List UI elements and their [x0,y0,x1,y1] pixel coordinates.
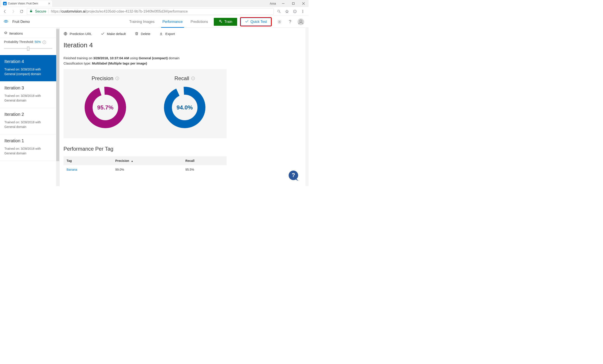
col-precision[interactable]: Precision ▲ [112,156,182,165]
info-icon[interactable]: i [191,77,195,80]
precision-label: Precision [92,75,114,81]
tab-title: Custom Vision: Fruit Dem [8,2,47,5]
layers-icon [4,31,8,35]
svg-rect-4 [30,11,32,12]
iteration-card[interactable]: Iteration 3 Trained on: 3/28/2018 with G… [0,81,56,108]
svg-line-6 [279,12,280,13]
train-button[interactable]: Train [214,18,237,26]
iteration-toolbar: Prediction URL Make default Delete Expor… [59,28,309,38]
export-button[interactable]: Export [159,32,175,36]
precision-donut-chart: 95.7% [83,86,128,130]
make-default-button[interactable]: Make default [101,32,126,36]
lock-icon [29,9,33,14]
window-maximize-button[interactable] [288,0,298,7]
zoom-icon[interactable] [276,8,282,14]
threshold-label: Probability Threshold: [4,40,34,44]
main-content: Prediction URL Make default Delete Expor… [59,28,309,186]
quick-test-button[interactable]: Quick Test [241,18,271,26]
url-text: https://customvision.ai/projects/ec4105d… [51,10,188,13]
train-label: Train [224,20,232,24]
col-tag[interactable]: Tag [63,156,112,165]
nav-training-images[interactable]: Training Images [126,16,158,28]
svg-point-13 [303,12,303,13]
check-icon [245,19,249,24]
recall-value: 94.0% [163,86,207,130]
check-icon [101,32,105,36]
main-scrollbar[interactable] [305,28,309,186]
iteration-card[interactable]: Iteration 1 Trained on: 3/28/2018 with G… [0,134,56,161]
info-icon[interactable]: i [116,77,119,80]
gears-icon [219,19,223,24]
iteration-subtitle: Trained on: 3/28/2018 with General domai… [4,94,52,103]
window-minimize-button[interactable] [278,0,288,7]
iteration-title: Iteration 3 [4,86,52,90]
trash-icon [135,32,139,36]
nav-reload-button[interactable] [19,8,25,14]
iteration-card[interactable]: Iteration 4 Trained on: 3/28/2018 with G… [0,55,56,81]
perf-per-tag-table: Tag Precision ▲ Recall Banana 99.0% 95.5… [63,156,227,174]
cell-recall: 95.5% [182,165,227,174]
nav-performance[interactable]: Performance [159,16,186,28]
app-header: Fruit Demo Training Images Performance P… [0,16,309,28]
iterations-header: Iterations [0,28,56,38]
iteration-title: Iteration 2 [4,112,52,117]
iteration-list: Iteration 4 Trained on: 3/28/2018 with G… [0,55,56,161]
os-user-label: Anna [270,2,276,5]
sidebar: Iterations Probability Threshold: 50% i … [0,28,59,186]
user-avatar[interactable] [298,19,304,25]
svg-point-12 [303,11,303,11]
globe-icon [63,32,68,36]
iterations-label: Iterations [9,32,23,35]
quick-test-label: Quick Test [251,20,267,24]
address-bar[interactable]: Secure https://customvision.ai/projects/… [27,8,274,15]
nav-back-button[interactable] [2,8,8,14]
prediction-url-label: Prediction URL [70,32,92,36]
window-close-button[interactable] [298,0,309,7]
svg-rect-1 [292,3,294,5]
browser-tab[interactable]: ◉ Custom Vision: Fruit Dem ✕ [1,0,52,7]
threshold-slider[interactable] [4,46,52,51]
make-default-label: Make default [107,32,126,36]
close-tab-icon[interactable]: ✕ [48,2,50,5]
slider-thumb[interactable] [27,47,29,51]
nav-forward-button[interactable] [10,8,16,14]
sidebar-scrollbar-thumb[interactable] [56,29,59,161]
divider [48,10,49,13]
svg-marker-7 [285,10,289,13]
project-name[interactable]: Fruit Demo [12,20,30,24]
export-label: Export [165,32,175,36]
logo-eye-icon [3,19,8,24]
download-icon [159,32,163,36]
prediction-url-button[interactable]: Prediction URL [63,32,92,36]
browser-menu-icon[interactable] [300,8,306,14]
svg-point-18 [300,20,302,22]
window-titlebar: ◉ Custom Vision: Fruit Dem ✕ Anna [0,0,309,7]
iteration-card[interactable]: Iteration 2 Trained on: 3/28/2018 with G… [0,108,56,134]
training-status: Finished training on 3/28/2018, 10:37:04… [63,55,303,66]
bookmark-star-icon[interactable] [284,8,290,14]
nav-predictions[interactable]: Predictions [187,16,212,28]
svg-marker-19 [4,32,7,33]
table-row[interactable]: Banana 99.0% 95.5% [63,165,227,174]
info-icon[interactable]: i [43,41,46,44]
delete-button[interactable]: Delete [135,32,150,36]
help-icon[interactable]: ? [287,19,293,25]
iteration-subtitle: Trained on: 3/28/2018 with General domai… [4,120,52,129]
delete-label: Delete [141,32,150,36]
secure-label: Secure [35,10,46,13]
col-recall[interactable]: Recall [182,156,227,165]
iteration-title: Iteration 4 [4,59,52,64]
threshold-value: 50% [35,40,41,44]
precision-metric: Precisioni 95.7% [70,75,141,130]
iteration-title: Iteration 1 [4,138,52,143]
svg-point-5 [278,10,280,12]
precision-value: 95.7% [83,86,128,130]
svg-text:?: ? [292,172,295,178]
help-fab[interactable]: ? [288,170,300,182]
page-title: Iteration 4 [63,41,303,49]
page-info-icon[interactable] [292,8,298,14]
tag-link[interactable]: Banana [67,168,77,171]
settings-gear-icon[interactable] [276,19,283,25]
favicon-icon: ◉ [3,2,7,5]
iteration-subtitle: Trained on: 3/28/2018 with General (comp… [4,67,52,77]
